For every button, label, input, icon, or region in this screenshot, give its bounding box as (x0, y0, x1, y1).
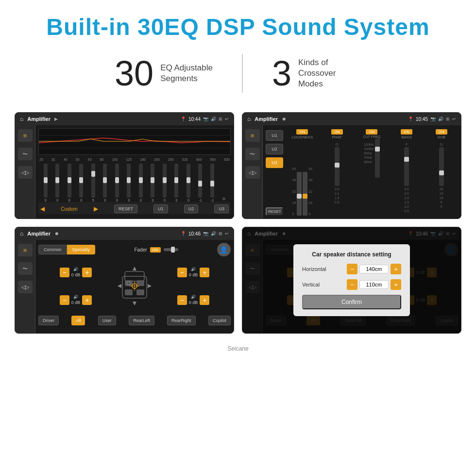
eq-slider-6[interactable]: 0 (115, 164, 119, 202)
preset-u3[interactable]: U3 (266, 157, 283, 168)
screen2-time: 10:45 (416, 117, 428, 122)
fader-label: Fader (134, 247, 147, 253)
eq-slider-2[interactable]: 0 (68, 164, 71, 202)
rec-icon: ⏺ (282, 117, 286, 121)
zone-copilot[interactable]: Copilot (208, 316, 231, 325)
sidebar-wave-btn[interactable]: 〜 (18, 148, 33, 160)
zone-rearleft[interactable]: RearLeft (129, 316, 154, 325)
sidebar-vol-btn[interactable]: ◁▷ (18, 166, 33, 179)
screen2-title: Amplifier (255, 116, 278, 122)
location-icon-3: 📍 (181, 231, 186, 236)
eq-label-250: 250 (168, 158, 174, 161)
driver-minus[interactable]: − (60, 268, 69, 277)
location-icon-2: 📍 (408, 117, 413, 121)
rec-icon-3: ⏺ (54, 231, 59, 236)
eq-icon: ≡ (23, 132, 27, 139)
eq-chart (38, 128, 231, 155)
sidebar-eq-btn[interactable]: ≡ (18, 129, 33, 142)
rearright-plus[interactable]: + (200, 295, 209, 305)
stats-row: 30 EQ AdjustableSegments 3 Kinds ofCross… (0, 45, 476, 107)
eq-slider-7[interactable]: 0 (127, 164, 131, 202)
eq-prev-btn[interactable]: ◀ (40, 205, 45, 212)
eq-slider-11[interactable]: 0 (174, 164, 178, 202)
dialog-title: Car speaker distance setting (302, 251, 401, 258)
screen1-sidebar: ≡ 〜 ◁▷ (15, 125, 35, 219)
phat-label: PHAT (332, 135, 342, 139)
sidebar-vol-btn-2[interactable]: ◁▷ (245, 166, 260, 179)
eq-slider-3[interactable]: 0 (79, 164, 83, 202)
loudness-slider-l[interactable] (297, 172, 302, 216)
eq-bottom-bar: ◀ Custom ▶ RESET U1 U2 U3 (38, 202, 231, 214)
screen3-time: 10:46 (188, 231, 201, 236)
svg-marker-15 (133, 302, 136, 305)
cutfreq-slider[interactable] (375, 139, 380, 178)
vol-icon-2: ◁▷ (249, 169, 256, 176)
screen1-topbar: ⌂ Amplifier ▶ 📍 10:44 📷 🔊 ⊞ ↩ (15, 113, 234, 125)
horizontal-plus[interactable]: + (391, 264, 401, 274)
vertical-label: Vertical (302, 282, 320, 287)
eq-slider-12[interactable]: 0 (187, 164, 190, 202)
zone-driver[interactable]: Driver (38, 316, 59, 325)
driver-plus[interactable]: + (82, 268, 92, 277)
screen2-content: U1 U2 U3 RESET ON LOUDNESS (263, 125, 461, 219)
vertical-minus[interactable]: − (347, 279, 357, 290)
horizontal-minus[interactable]: − (347, 264, 357, 274)
eq-slider-1[interactable]: 0 (55, 164, 59, 202)
sidebar-eq-btn-2[interactable]: ≡ (245, 129, 260, 142)
mode-common[interactable]: Common (38, 245, 67, 254)
horizontal-stepper: − 140cm + (347, 264, 401, 274)
eq-reset-btn[interactable]: RESET (114, 204, 137, 213)
eq-slider-10[interactable]: 0 (163, 164, 167, 202)
dialog-vertical-row: Vertical − 110cm + (302, 279, 401, 290)
rearleft-minus[interactable]: − (60, 295, 69, 305)
sub-slider[interactable] (439, 147, 444, 186)
stat-crossover: 3 Kinds ofCrossover Modes (243, 56, 391, 91)
screen-2: ⌂ Amplifier ⏺ 📍 10:45 📷 🔊 ⊞ ↩ ≡ 〜 (242, 112, 461, 219)
eq-next-btn[interactable]: ▶ (94, 205, 98, 212)
loudness-slider-r[interactable] (303, 172, 307, 216)
crossover-reset[interactable]: RESET (266, 207, 283, 216)
eq-slider-4[interactable]: 5 (91, 164, 95, 202)
copilot-minus[interactable]: − (177, 268, 187, 277)
eq-slider-14[interactable]: -1 (210, 164, 214, 202)
eq-label-320: 320 (182, 158, 188, 161)
screen3-topbar: ⌂ Amplifier ⏺ 📍 10:46 📷 🔊 ⊞ ↩ (15, 227, 234, 240)
sidebar-eq-btn-3[interactable]: ≡ (18, 244, 33, 256)
bass-slider[interactable] (404, 147, 409, 186)
eq-u3-btn[interactable]: U3 (214, 204, 229, 213)
rearright-minus[interactable]: − (177, 295, 187, 305)
back-icon: ↩ (225, 117, 229, 121)
rearleft-plus[interactable]: + (82, 295, 92, 305)
fader-on: ON (150, 247, 161, 253)
camera-icon-2: 📷 (430, 117, 436, 121)
eq-icon-3: ≡ (23, 247, 27, 254)
horizontal-label: Horizontal (302, 266, 326, 272)
eq-slider-8[interactable]: 0 (139, 164, 143, 202)
sidebar-wave-btn-3[interactable]: 〜 (18, 262, 33, 275)
eq-slider-13[interactable]: -1 (198, 164, 202, 202)
zone-rearright[interactable]: RearRight (167, 316, 196, 325)
preset-u1[interactable]: U1 (266, 130, 283, 141)
next-arrow[interactable]: » (222, 195, 225, 202)
phat-slider[interactable] (335, 147, 340, 186)
eq-slider-0[interactable]: 0 (44, 164, 48, 202)
zone-all[interactable]: All (71, 316, 85, 325)
vertical-plus[interactable]: + (391, 279, 401, 290)
screens-grid: ⌂ Amplifier ▶ 📍 10:44 📷 🔊 ⊞ ↩ ≡ 〜 (0, 107, 476, 343)
camera-icon-3: 📷 (203, 231, 208, 236)
eq-u1-btn[interactable]: U1 (153, 204, 168, 213)
zone-user[interactable]: User (98, 316, 116, 325)
mode-specialty[interactable]: Specialty (67, 245, 96, 254)
eq-u2-btn[interactable]: U2 (184, 204, 199, 213)
screen3-sidebar: ≡ 〜 ◁▷ (15, 240, 35, 333)
eq-label-100: 100 (112, 158, 118, 161)
sidebar-vol-btn-3[interactable]: ◁▷ (18, 281, 33, 293)
eq-slider-9[interactable]: 0 (151, 164, 154, 202)
eq-labels: 25 32 40 50 63 80 100 125 160 200 250 32… (38, 158, 231, 163)
screen2-topbar: ⌂ Amplifier ⏺ 📍 10:45 📷 🔊 ⊞ ↩ (242, 113, 461, 125)
eq-slider-5[interactable]: 0 (103, 164, 107, 202)
sidebar-wave-btn-2[interactable]: 〜 (245, 148, 260, 160)
confirm-button[interactable]: Confirm (302, 295, 401, 309)
copilot-plus[interactable]: + (200, 268, 209, 277)
preset-u2[interactable]: U2 (266, 144, 283, 154)
